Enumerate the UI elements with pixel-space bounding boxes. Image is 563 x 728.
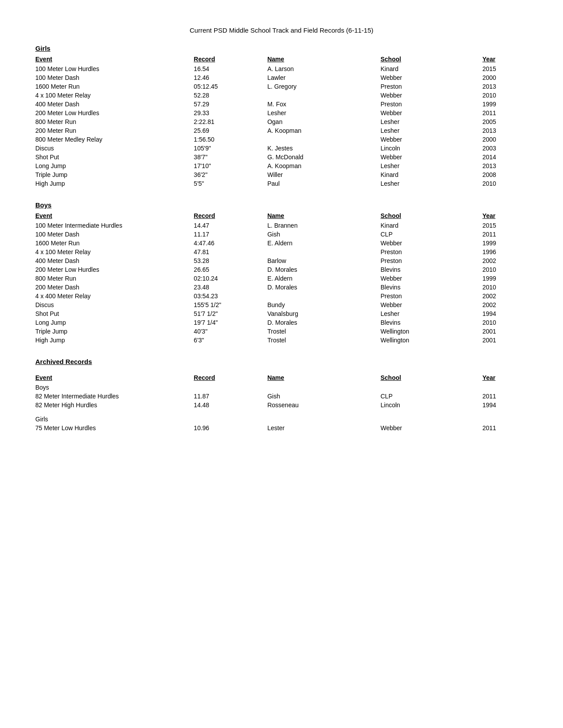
table-row: 4 x 100 Meter Relay 47.81 Preston 1996: [35, 248, 528, 256]
boys-record-12: 40'3": [194, 327, 268, 336]
girls-event-10: Shot Put: [35, 153, 194, 161]
girls-school-2: Preston: [381, 82, 483, 91]
boys-event-7: 200 Meter Dash: [35, 283, 194, 292]
archived-boys-record-1: 14.48: [194, 401, 268, 409]
boys-school-1: CLP: [381, 230, 483, 239]
girls-event-5: 200 Meter Low Hurdles: [35, 109, 194, 117]
boys-name-11: D. Morales: [267, 318, 380, 327]
table-row: 800 Meter Medley Relay 1:56.50 Webber 20…: [35, 135, 528, 144]
table-row: Triple Jump 36'2" Willer Kinard 2008: [35, 170, 528, 179]
boys-record-2: 4:47.46: [194, 239, 268, 248]
girls-year-7: 2013: [482, 126, 528, 135]
girls-event-11: Long Jump: [35, 161, 194, 170]
girls-year-13: 2010: [482, 179, 528, 188]
girls-name-3: [267, 91, 380, 100]
table-row: 4 x 400 Meter Relay 03:54.23 Preston 200…: [35, 292, 528, 300]
girls-header-school: School: [381, 55, 483, 64]
boys-table: Event Record Name School Year 100 Meter …: [35, 211, 528, 345]
girls-year-11: 2013: [482, 161, 528, 170]
boys-event-9: Discus: [35, 300, 194, 309]
girls-record-7: 25.69: [194, 126, 268, 135]
table-row: 1600 Meter Run 05:12.45 L. Gregory Prest…: [35, 82, 528, 91]
girls-record-9: 105'9": [194, 144, 268, 153]
girls-school-11: Lesher: [381, 161, 483, 170]
archived-boys-record-0: 11.87: [194, 392, 268, 401]
boys-year-9: 2002: [482, 300, 528, 309]
boys-event-6: 800 Meter Run: [35, 274, 194, 283]
girls-event-7: 200 Meter Run: [35, 126, 194, 135]
girls-school-12: Kinard: [381, 170, 483, 179]
boys-school-2: Webber: [381, 239, 483, 248]
table-row: Discus 105'9" K. Jestes Lincoln 2003: [35, 144, 528, 153]
boys-name-8: [267, 292, 380, 300]
girls-school-7: Lesher: [381, 126, 483, 135]
table-row: 200 Meter Low Hurdles 26.65 D. Morales B…: [35, 265, 528, 274]
girls-header-year: Year: [482, 55, 528, 64]
girls-school-10: Webber: [381, 153, 483, 161]
girls-event-6: 800 Meter Run: [35, 117, 194, 126]
boys-record-1: 11.17: [194, 230, 268, 239]
boys-record-6: 02:10.24: [194, 274, 268, 283]
boys-year-1: 2011: [482, 230, 528, 239]
boys-header-school: School: [381, 211, 483, 221]
archived-boys-school-1: Lincoln: [381, 401, 483, 409]
archived-boys-name-0: Gish: [267, 392, 380, 401]
girls-year-1: 2000: [482, 73, 528, 82]
boys-year-4: 2002: [482, 256, 528, 265]
archived-section-label: Archived Records: [35, 358, 528, 365]
boys-header-event: Event: [35, 211, 194, 221]
table-row: 100 Meter Low Hurdles 16.54 A. Larson Ki…: [35, 64, 528, 73]
boys-school-10: Lesher: [381, 309, 483, 318]
girls-event-8: 800 Meter Medley Relay: [35, 135, 194, 144]
table-row: Discus 155'5 1/2" Bundy Webber 2002: [35, 300, 528, 309]
boys-school-7: Blevins: [381, 283, 483, 292]
table-row: 100 Meter Intermediate Hurdles 14.47 L. …: [35, 221, 528, 230]
archived-girls-record-0: 10.96: [194, 424, 268, 432]
girls-year-9: 2003: [482, 144, 528, 153]
boys-event-4: 400 Meter Dash: [35, 256, 194, 265]
girls-name-0: A. Larson: [267, 64, 380, 73]
girls-record-10: 38'7": [194, 153, 268, 161]
archived-header-school: School: [381, 373, 483, 383]
girls-year-12: 2008: [482, 170, 528, 179]
archived-girls-year-0: 2011: [482, 424, 528, 432]
table-row: Triple Jump 40'3" Trostel Wellington 200…: [35, 327, 528, 336]
girls-event-12: Triple Jump: [35, 170, 194, 179]
girls-record-11: 17'10": [194, 161, 268, 170]
boys-year-5: 2010: [482, 265, 528, 274]
boys-event-5: 200 Meter Low Hurdles: [35, 265, 194, 274]
girls-school-8: Webber: [381, 135, 483, 144]
girls-record-12: 36'2": [194, 170, 268, 179]
boys-name-6: E. Aldern: [267, 274, 380, 283]
boys-year-0: 2015: [482, 221, 528, 230]
archived-girls-label: Girls: [35, 409, 528, 424]
table-row: 75 Meter Low Hurdles 10.96 Lester Webber…: [35, 424, 528, 432]
girls-record-1: 12.46: [194, 73, 268, 82]
table-row: 100 Meter Dash 11.17 Gish CLP 2011: [35, 230, 528, 239]
archived-header-year: Year: [482, 373, 528, 383]
girls-school-1: Webber: [381, 73, 483, 82]
boys-event-0: 100 Meter Intermediate Hurdles: [35, 221, 194, 230]
girls-event-2: 1600 Meter Run: [35, 82, 194, 91]
boys-name-7: D. Morales: [267, 283, 380, 292]
table-row: 200 Meter Low Hurdles 29.33 Lesher Webbe…: [35, 109, 528, 117]
girls-event-13: High Jump: [35, 179, 194, 188]
boys-header-name: Name: [267, 211, 380, 221]
girls-school-4: Preston: [381, 100, 483, 109]
girls-school-0: Kinard: [381, 64, 483, 73]
boys-event-11: Long Jump: [35, 318, 194, 327]
boys-name-1: Gish: [267, 230, 380, 239]
boys-record-13: 6'3": [194, 336, 268, 345]
boys-event-13: High Jump: [35, 336, 194, 345]
boys-school-4: Preston: [381, 256, 483, 265]
girls-record-8: 1:56.50: [194, 135, 268, 144]
table-row: 400 Meter Dash 57.29 M. Fox Preston 1999: [35, 100, 528, 109]
girls-school-13: Lesher: [381, 179, 483, 188]
boys-header-year: Year: [482, 211, 528, 221]
girls-record-13: 5'5": [194, 179, 268, 188]
girls-name-11: A. Koopman: [267, 161, 380, 170]
girls-table: Event Record Name School Year 100 Meter …: [35, 55, 528, 188]
girls-record-4: 57.29: [194, 100, 268, 109]
table-row: 4 x 100 Meter Relay 52.28 Webber 2010: [35, 91, 528, 100]
girls-school-3: Webber: [381, 91, 483, 100]
